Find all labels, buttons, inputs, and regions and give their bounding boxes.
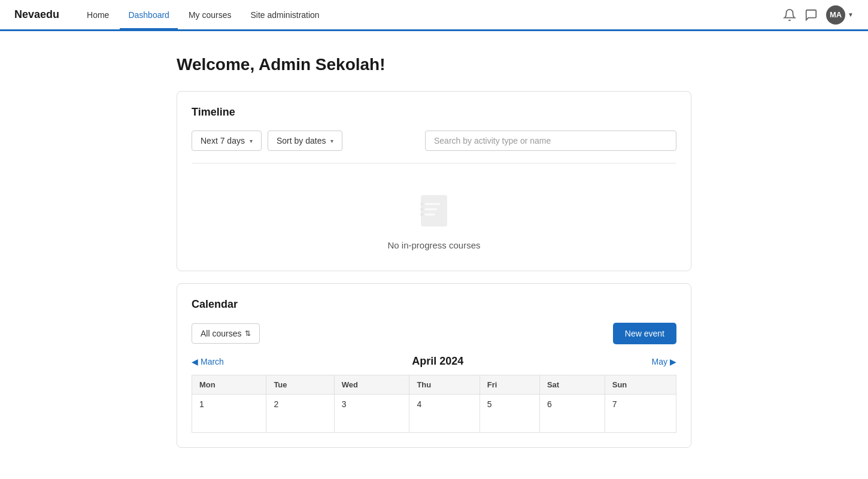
col-mon: Mon — [192, 375, 266, 395]
col-fri: Fri — [479, 375, 539, 395]
calendar-day-2[interactable]: 2 — [266, 395, 334, 433]
timeline-title: Timeline — [192, 106, 676, 119]
calendar-day-4[interactable]: 4 — [409, 395, 479, 433]
empty-text: No in-progress courses — [387, 240, 480, 250]
empty-list-icon — [413, 190, 455, 232]
top-nav: Nevaedu Home Dashboard My courses Site a… — [0, 0, 868, 31]
calendar-day-5[interactable]: 5 — [479, 395, 539, 433]
chevron-left-icon: ◀ — [192, 357, 198, 366]
notifications-icon[interactable] — [783, 8, 796, 22]
calendar-grid: Mon Tue Wed Thu Fri Sat Sun 1 2 3 4 5 6 — [192, 375, 676, 433]
calendar-header-row: Mon Tue Wed Thu Fri Sat Sun — [192, 375, 676, 395]
main-content: Welcome, Admin Sekolah! Timeline Next 7 … — [165, 31, 703, 479]
svg-rect-0 — [421, 195, 447, 227]
nav-right: MA ▼ — [783, 5, 854, 25]
next-7-days-dropdown[interactable]: Next 7 days ▾ — [192, 131, 262, 151]
avatar: MA — [826, 5, 845, 25]
calendar-title: Calendar — [192, 298, 676, 311]
sort-by-dates-dropdown[interactable]: Sort by dates ▾ — [268, 131, 343, 151]
calendar-day-6[interactable]: 6 — [539, 395, 605, 433]
calendar-day-1[interactable]: 1 — [192, 395, 266, 433]
chevron-down-icon: ▾ — [250, 138, 253, 144]
chevron-down-icon: ⇅ — [245, 329, 251, 338]
search-input[interactable] — [425, 131, 676, 151]
nav-dashboard[interactable]: Dashboard — [120, 2, 178, 30]
nav-site-admin[interactable]: Site administration — [242, 2, 327, 28]
svg-point-5 — [420, 208, 423, 211]
timeline-controls: Next 7 days ▾ Sort by dates ▾ — [192, 131, 676, 151]
prev-month-link[interactable]: ◀ March — [192, 357, 224, 366]
welcome-title: Welcome, Admin Sekolah! — [177, 55, 691, 74]
svg-rect-3 — [424, 213, 435, 216]
empty-state: No in-progress courses — [192, 178, 676, 256]
calendar-day-7[interactable]: 7 — [605, 395, 676, 433]
month-title: April 2024 — [412, 355, 463, 368]
nav-my-courses[interactable]: My courses — [180, 2, 240, 28]
nav-home[interactable]: Home — [78, 2, 117, 28]
col-wed: Wed — [334, 375, 409, 395]
nav-links: Home Dashboard My courses Site administr… — [78, 2, 783, 28]
brand-logo[interactable]: Nevaedu — [14, 8, 59, 21]
chevron-down-icon: ▼ — [848, 11, 854, 18]
divider — [192, 163, 676, 163]
chevron-right-icon: ▶ — [670, 357, 676, 366]
messages-icon[interactable] — [805, 8, 818, 22]
calendar-header: All courses ⇅ New event — [192, 323, 676, 344]
svg-rect-1 — [424, 203, 440, 205]
chevron-down-icon: ▾ — [330, 138, 333, 144]
user-menu[interactable]: MA ▼ — [826, 5, 854, 25]
svg-point-6 — [420, 213, 423, 216]
all-courses-dropdown[interactable]: All courses ⇅ — [192, 323, 260, 344]
calendar-card: Calendar All courses ⇅ New event ◀ March… — [177, 283, 691, 448]
svg-rect-2 — [424, 208, 437, 211]
calendar-day-3[interactable]: 3 — [334, 395, 409, 433]
col-tue: Tue — [266, 375, 334, 395]
col-sun: Sun — [605, 375, 676, 395]
calendar-month-nav: ◀ March April 2024 May ▶ — [192, 355, 676, 368]
calendar-week-row: 1 2 3 4 5 6 7 — [192, 395, 676, 433]
col-thu: Thu — [409, 375, 479, 395]
next-month-link[interactable]: May ▶ — [652, 357, 676, 366]
svg-point-4 — [420, 202, 423, 205]
new-event-button[interactable]: New event — [613, 323, 676, 344]
col-sat: Sat — [539, 375, 605, 395]
search-wrapper — [425, 131, 676, 151]
timeline-card: Timeline Next 7 days ▾ Sort by dates ▾ — [177, 91, 691, 271]
